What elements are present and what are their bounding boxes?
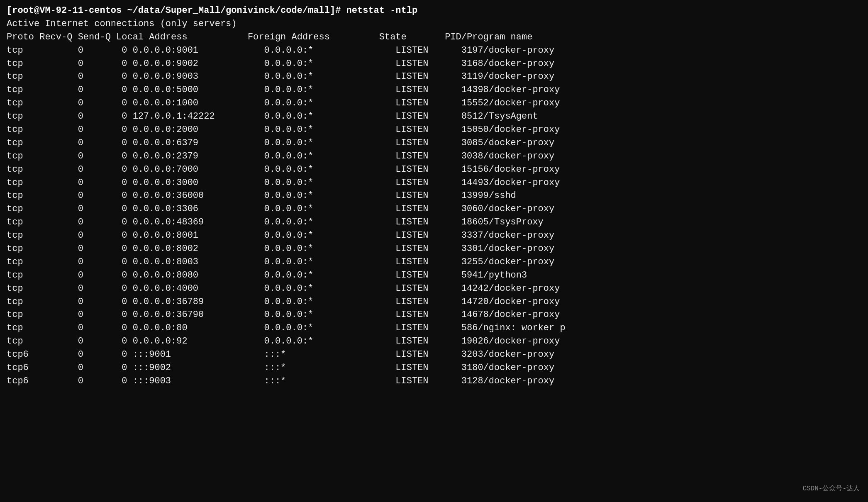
table-row: tcp6 0 0 :::9001 :::* LISTEN 3203/docker… [7, 348, 861, 361]
header-line-1: Active Internet connections (only server… [7, 17, 861, 31]
table-row: tcp 0 0 0.0.0.0:2379 0.0.0.0:* LISTEN 30… [7, 150, 861, 163]
table-row: tcp 0 0 0.0.0.0:5000 0.0.0.0:* LISTEN 14… [7, 83, 861, 97]
table-row: tcp 0 0 0.0.0.0:36000 0.0.0.0:* LISTEN 1… [7, 189, 861, 202]
table-row: tcp 0 0 0.0.0.0:7000 0.0.0.0:* LISTEN 15… [7, 163, 861, 176]
table-row: tcp 0 0 0.0.0.0:2000 0.0.0.0:* LISTEN 15… [7, 123, 861, 136]
table-row: tcp 0 0 0.0.0.0:48369 0.0.0.0:* LISTEN 1… [7, 216, 861, 229]
table-row: tcp 0 0 0.0.0.0:92 0.0.0.0:* LISTEN 1902… [7, 335, 861, 348]
table-row: tcp 0 0 127.0.0.1:42222 0.0.0.0:* LISTEN… [7, 110, 861, 123]
table-row: tcp 0 0 0.0.0.0:8002 0.0.0.0:* LISTEN 33… [7, 242, 861, 256]
table-row: tcp 0 0 0.0.0.0:8001 0.0.0.0:* LISTEN 33… [7, 229, 861, 242]
table-row: tcp 0 0 0.0.0.0:8003 0.0.0.0:* LISTEN 32… [7, 256, 861, 269]
table-row: tcp 0 0 0.0.0.0:3306 0.0.0.0:* LISTEN 30… [7, 202, 861, 216]
table-row: tcp 0 0 0.0.0.0:8080 0.0.0.0:* LISTEN 59… [7, 269, 861, 282]
table-row: tcp 0 0 0.0.0.0:36790 0.0.0.0:* LISTEN 1… [7, 308, 861, 322]
table-row: tcp 0 0 0.0.0.0:3000 0.0.0.0:* LISTEN 14… [7, 176, 861, 190]
table-row: tcp 0 0 0.0.0.0:80 0.0.0.0:* LISTEN 586/… [7, 322, 861, 335]
prompt-line: [root@VM-92-11-centos ~/data/Super_Mall/… [7, 4, 861, 17]
table-row: tcp 0 0 0.0.0.0:9002 0.0.0.0:* LISTEN 31… [7, 57, 861, 71]
table-row: tcp6 0 0 :::9003 :::* LISTEN 3128/docker… [7, 375, 861, 388]
table-row: tcp 0 0 0.0.0.0:1000 0.0.0.0:* LISTEN 15… [7, 97, 861, 110]
table-row: tcp 0 0 0.0.0.0:9003 0.0.0.0:* LISTEN 31… [7, 70, 861, 83]
table-row: tcp 0 0 0.0.0.0:4000 0.0.0.0:* LISTEN 14… [7, 282, 861, 295]
netstat-rows: tcp 0 0 0.0.0.0:9001 0.0.0.0:* LISTEN 31… [7, 44, 861, 388]
watermark: CSDN-公众号-达人 [802, 484, 860, 494]
terminal: [root@VM-92-11-centos ~/data/Super_Mall/… [7, 4, 861, 388]
table-row: tcp6 0 0 :::9002 :::* LISTEN 3180/docker… [7, 361, 861, 375]
table-row: tcp 0 0 0.0.0.0:36789 0.0.0.0:* LISTEN 1… [7, 295, 861, 309]
table-row: tcp 0 0 0.0.0.0:9001 0.0.0.0:* LISTEN 31… [7, 44, 861, 57]
table-row: tcp 0 0 0.0.0.0:6379 0.0.0.0:* LISTEN 30… [7, 136, 861, 150]
header-line-2: Proto Recv-Q Send-Q Local Address Foreig… [7, 31, 861, 44]
